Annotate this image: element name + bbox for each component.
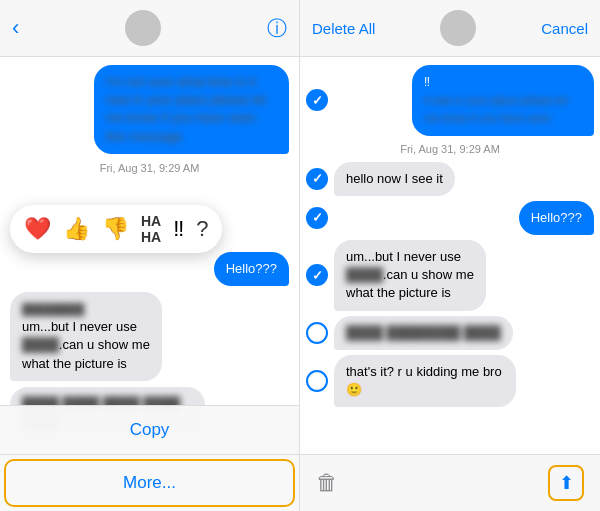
cancel-button[interactable]: Cancel [541, 20, 588, 37]
left-header: ‹ ⓘ [0, 0, 299, 57]
message-row: um...but I never use████.can u show mewh… [306, 240, 594, 311]
check-circle-5[interactable] [306, 322, 328, 344]
right-header: Delete All Cancel [300, 0, 600, 57]
bubble-wrap: ████ ████████ ████ [334, 316, 594, 350]
share-icon: ⬆ [559, 472, 574, 494]
hello-now-bubble: hello now I see it [334, 162, 455, 196]
outgoing-blurred-bubble: ‼️ it was in your place please let me kn… [412, 65, 594, 136]
left-message-list: I'm not sure what time is it now in your… [0, 57, 299, 511]
message-row: ‼️ it was in your place please let me kn… [306, 65, 594, 136]
timestamp-label: Fri, Aug 31, 9:29 AM [10, 162, 289, 174]
message-row: hello now I see it [306, 162, 594, 196]
message-row: Hello??? [306, 201, 594, 235]
context-menu: Copy More... [0, 405, 299, 511]
trash-button[interactable]: 🗑 [316, 470, 338, 496]
info-button[interactable]: ⓘ [267, 15, 287, 42]
reaction-heart[interactable]: ❤️ [24, 216, 51, 242]
bubble-wrap: um...but I never use████.can u show mewh… [334, 240, 594, 311]
reaction-exclamation[interactable]: ‼️ [173, 216, 184, 242]
right-footer: 🗑 ⬆ [300, 454, 600, 511]
exclamation: ‼️ [424, 75, 430, 89]
back-button[interactable]: ‹ [12, 17, 19, 39]
reaction-popup: ❤️ 👍 👎 HAHA ‼️ ? [10, 205, 222, 253]
check-circle-2[interactable] [306, 168, 328, 190]
avatar [125, 10, 161, 46]
incoming-bubble: ████████ um...but I never use████.can u … [10, 292, 162, 381]
thats-it-bubble: that's it? r u kidding me bro 🙂 [334, 355, 516, 407]
avatar [440, 10, 476, 46]
outgoing-bubble-blurred: I'm not sure what time is it now in your… [94, 65, 289, 154]
blurred-msg: it was in your place please let me know … [424, 94, 568, 124]
more-menu-item[interactable]: More... [4, 459, 295, 507]
hello-now-text: hello now I see it [346, 171, 443, 186]
thats-it-text: that's it? r u kidding me bro 🙂 [346, 364, 502, 397]
never-use-bubble: um...but I never use████.can u show mewh… [334, 240, 486, 311]
hello-text: Hello??? [531, 210, 582, 225]
left-panel: ‹ ⓘ I'm not sure what time is it now in … [0, 0, 300, 511]
hello-text: Hello??? [226, 261, 277, 276]
reaction-question[interactable]: ? [196, 216, 208, 242]
message-row: that's it? r u kidding me bro 🙂 [306, 355, 594, 407]
reaction-thumbsdown[interactable]: 👎 [102, 216, 129, 242]
right-timestamp: Fri, Aug 31, 9:29 AM [306, 143, 594, 155]
blurred-right-bubble: ████ ████████ ████ [334, 316, 513, 350]
right-panel: Delete All Cancel ‼️ it was in your plac… [300, 0, 600, 511]
delete-all-button[interactable]: Delete All [312, 20, 375, 37]
check-circle-3[interactable] [306, 207, 328, 229]
message-row: ████ ████████ ████ [306, 316, 594, 350]
bubble-wrap: that's it? r u kidding me bro 🙂 [334, 355, 594, 407]
bubble-wrap: Hello??? [334, 201, 594, 235]
copy-menu-item[interactable]: Copy [0, 406, 299, 455]
hello-bubble-right: Hello??? [519, 201, 594, 235]
blurred-message-text: I'm not sure what time is it now in your… [106, 74, 266, 144]
check-circle-1[interactable] [306, 89, 328, 111]
hello-bubble: Hello??? [214, 252, 289, 286]
bubble-wrap: hello now I see it [334, 162, 594, 196]
reaction-haha[interactable]: HAHA [141, 213, 161, 245]
check-circle-6[interactable] [306, 370, 328, 392]
blurred-text: ████ ████████ ████ [346, 325, 501, 340]
check-circle-4[interactable] [306, 264, 328, 286]
bubble-wrap: ‼️ it was in your place please let me kn… [334, 65, 594, 136]
share-button[interactable]: ⬆ [548, 465, 584, 501]
never-use-text: um...but I never use████.can u show mewh… [346, 249, 474, 300]
reaction-thumbsup[interactable]: 👍 [63, 216, 90, 242]
right-message-list: ‼️ it was in your place please let me kn… [300, 57, 600, 454]
incoming-text: um...but I never use████.can u show mewh… [22, 319, 150, 370]
